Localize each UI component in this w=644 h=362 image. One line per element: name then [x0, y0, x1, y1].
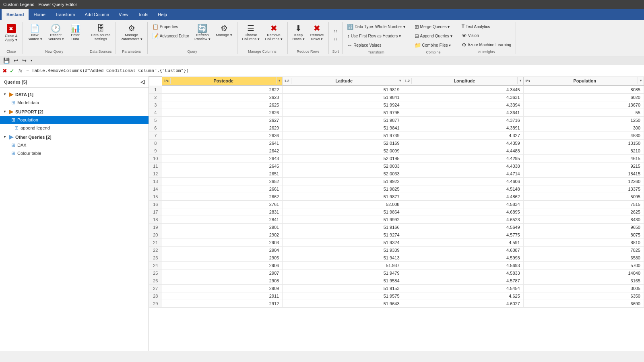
cell-latitude[interactable]: 51.9153: [283, 284, 403, 292]
combine-files-button[interactable]: 📁 Combine Files ▾: [413, 41, 454, 49]
cell-postcode[interactable]: 2622: [162, 86, 283, 93]
cell-latitude[interactable]: 51.9479: [283, 269, 403, 277]
cell-longitude[interactable]: 4.3631: [403, 93, 523, 101]
cell-postcode[interactable]: 2761: [162, 200, 283, 208]
cell-postcode[interactable]: 2912: [162, 300, 283, 307]
refresh-preview-button[interactable]: 🔄 RefreshPreview ▾: [192, 23, 213, 43]
cell-latitude[interactable]: 51.9841: [283, 93, 403, 101]
remove-columns-button[interactable]: ✖ RemoveColumns ▾: [263, 23, 285, 43]
query-item-modeldata[interactable]: ⊞ Model data: [0, 99, 149, 107]
new-source-button[interactable]: 📄 NewSource ▾: [25, 23, 45, 43]
cell-latitude[interactable]: 52.0033: [283, 170, 403, 177]
cell-population[interactable]: 14040: [523, 269, 644, 277]
cell-postcode[interactable]: 2831: [162, 208, 283, 216]
col-header-postcode[interactable]: 1²₃ Postcode ▾: [162, 77, 283, 86]
cell-longitude[interactable]: 4.6895: [403, 208, 523, 216]
cell-postcode[interactable]: 2902: [162, 231, 283, 239]
cell-latitude[interactable]: 51.9825: [283, 185, 403, 193]
population-dropdown-icon[interactable]: ▾: [638, 77, 644, 84]
cell-latitude[interactable]: 52.0169: [283, 139, 403, 147]
cell-latitude[interactable]: 51.9922: [283, 177, 403, 185]
cell-longitude[interactable]: 4.4606: [403, 177, 523, 185]
keep-rows-button[interactable]: ⬇ KeepRows ▾: [290, 23, 307, 43]
ribbon-tab-bestand[interactable]: Bestand: [2, 9, 29, 20]
cell-longitude[interactable]: 4.5834: [403, 200, 523, 208]
cell-postcode[interactable]: 2629: [162, 124, 283, 132]
cell-latitude[interactable]: 51.9413: [283, 254, 403, 261]
text-analytics-button[interactable]: T Text Analytics: [460, 23, 513, 31]
append-queries-button[interactable]: ⊟ Append Queries ▾: [413, 32, 454, 40]
cell-postcode[interactable]: 2901: [162, 223, 283, 231]
cell-postcode[interactable]: 2623: [162, 93, 283, 101]
cell-population[interactable]: 18415: [523, 170, 644, 177]
cell-longitude[interactable]: 4.3641: [403, 109, 523, 116]
query-group-data-header[interactable]: ▼ ▶ DATA [1]: [0, 90, 149, 99]
cell-postcode[interactable]: 2661: [162, 185, 283, 193]
cell-latitude[interactable]: 52.0099: [283, 147, 403, 154]
cell-postcode[interactable]: 2905: [162, 254, 283, 261]
cell-postcode[interactable]: 2909: [162, 284, 283, 292]
replace-values-button[interactable]: ↔ Replace Values: [345, 41, 407, 49]
cell-longitude[interactable]: 4.5693: [403, 261, 523, 269]
cell-longitude[interactable]: 4.6087: [403, 246, 523, 254]
cell-latitude[interactable]: 51.9739: [283, 132, 403, 139]
use-first-row-button[interactable]: ↑ Use First Row as Headers ▾: [345, 32, 407, 40]
advanced-editor-button[interactable]: 📝 Advanced Editor: [150, 32, 191, 40]
cell-population[interactable]: 300: [523, 124, 644, 132]
query-item-appendlegend[interactable]: ⊞ append legend: [0, 124, 149, 132]
cell-latitude[interactable]: 52.0033: [283, 162, 403, 170]
cell-population[interactable]: 6690: [523, 300, 644, 307]
cell-longitude[interactable]: 4.4038: [403, 162, 523, 170]
cell-population[interactable]: 6020: [523, 93, 644, 101]
cell-population[interactable]: 3165: [523, 277, 644, 284]
cell-longitude[interactable]: 4.4295: [403, 154, 523, 162]
ribbon-tab-view[interactable]: View: [114, 9, 133, 20]
dropdown-icon[interactable]: ▾: [30, 58, 33, 63]
cell-postcode[interactable]: 2642: [162, 147, 283, 154]
cell-population[interactable]: 2625: [523, 208, 644, 216]
properties-button[interactable]: 📋 Properties: [150, 23, 191, 31]
cell-longitude[interactable]: 4.5454: [403, 284, 523, 292]
col-header-latitude[interactable]: 1.2 Latitude ▾: [283, 77, 403, 86]
formula-input[interactable]: [26, 68, 642, 73]
cell-postcode[interactable]: 2641: [162, 139, 283, 147]
cell-latitude[interactable]: 52.0195: [283, 154, 403, 162]
cell-postcode[interactable]: 2906: [162, 261, 283, 269]
postcode-dropdown-icon[interactable]: ▾: [276, 77, 282, 84]
cell-latitude[interactable]: 51.9864: [283, 208, 403, 216]
cell-postcode[interactable]: 2908: [162, 277, 283, 284]
cell-longitude[interactable]: 4.4862: [403, 193, 523, 200]
cell-population[interactable]: 13150: [523, 139, 644, 147]
cell-population[interactable]: 1250: [523, 116, 644, 124]
merge-queries-button[interactable]: ⊞ Merge Queries ▾: [413, 23, 454, 31]
cell-population[interactable]: 7825: [523, 246, 644, 254]
cell-longitude[interactable]: 4.6523: [403, 216, 523, 223]
save-icon[interactable]: 💾: [2, 57, 10, 64]
cell-longitude[interactable]: 4.5787: [403, 277, 523, 284]
cell-longitude[interactable]: 4.3891: [403, 124, 523, 132]
cell-longitude[interactable]: 4.625: [403, 292, 523, 300]
cell-latitude[interactable]: 52.008: [283, 200, 403, 208]
cell-postcode[interactable]: 2903: [162, 239, 283, 246]
cell-longitude[interactable]: 4.5833: [403, 269, 523, 277]
cell-population[interactable]: 13670: [523, 101, 644, 109]
cell-population[interactable]: 8430: [523, 216, 644, 223]
query-group-support-header[interactable]: ▼ ▶ SUPPORT [2]: [0, 107, 149, 116]
choose-columns-button[interactable]: ☰ ChooseColumns ▾: [240, 23, 262, 43]
cell-population[interactable]: 5700: [523, 261, 644, 269]
cell-latitude[interactable]: 51.9877: [283, 193, 403, 200]
data-source-settings-button[interactable]: 🗄 Data sourcesettings: [89, 23, 113, 43]
cell-population[interactable]: 8085: [523, 86, 644, 93]
sort-asc-button[interactable]: ↑↑: [331, 27, 340, 34]
cell-longitude[interactable]: 4.5775: [403, 231, 523, 239]
cell-longitude[interactable]: 4.5649: [403, 223, 523, 231]
cell-postcode[interactable]: 2911: [162, 292, 283, 300]
col-header-longitude[interactable]: 1.2 Longitude ▾: [403, 77, 523, 86]
cell-latitude[interactable]: 51.9324: [283, 239, 403, 246]
cell-postcode[interactable]: 2626: [162, 109, 283, 116]
col-header-population[interactable]: 1²₃ Population ▾: [523, 77, 644, 86]
remove-rows-button[interactable]: ✖ RemoveRows ▾: [308, 23, 326, 43]
cell-latitude[interactable]: 51.9643: [283, 300, 403, 307]
cell-postcode[interactable]: 2643: [162, 154, 283, 162]
manage-parameters-button[interactable]: ⚙ ManageParameters ▾: [118, 23, 145, 43]
